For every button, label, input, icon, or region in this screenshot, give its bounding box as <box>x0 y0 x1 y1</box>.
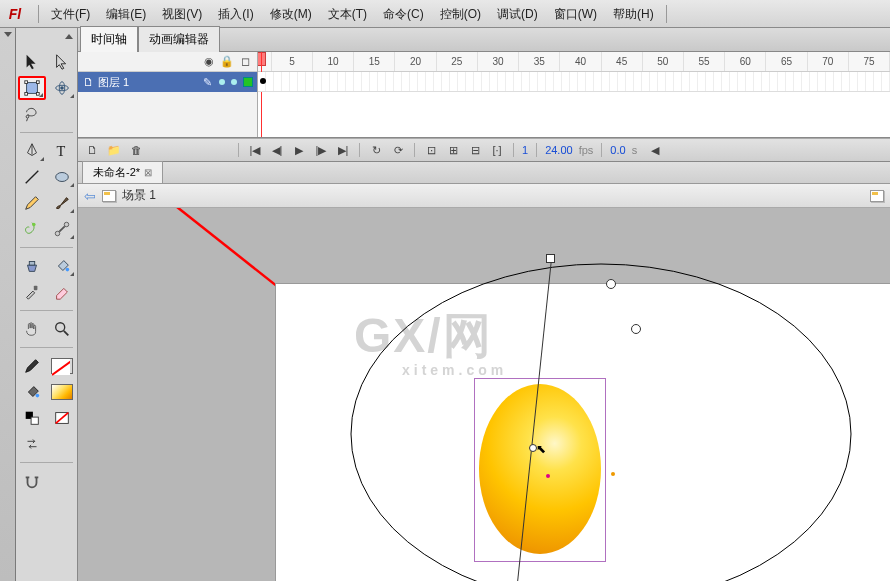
text-tool[interactable]: T <box>48 139 76 163</box>
current-frame: 1 <box>522 144 528 156</box>
onion-outline-icon[interactable]: ⊞ <box>445 142 461 158</box>
lock-dot[interactable] <box>231 79 237 85</box>
fps-value: 24.00 <box>545 144 573 156</box>
svg-rect-19 <box>33 286 37 291</box>
modify-markers-icon[interactable]: [·] <box>489 142 505 158</box>
pen-tool[interactable] <box>18 139 46 163</box>
menu-window[interactable]: 窗口(W) <box>546 0 605 28</box>
stroke-color[interactable] <box>18 354 46 378</box>
ruler-mark: 65 <box>766 52 807 71</box>
snap-option[interactable] <box>18 469 46 493</box>
ruler-mark: 30 <box>478 52 519 71</box>
deco-tool[interactable] <box>18 217 46 241</box>
tab-timeline[interactable]: 时间轴 <box>80 26 138 52</box>
loop-icon[interactable]: ↻ <box>368 142 384 158</box>
edit-scene-icon[interactable] <box>870 190 884 202</box>
visibility-header-icon[interactable]: ◉ <box>203 56 215 68</box>
timeline-ruler[interactable]: 1 5 10 15 20 25 30 35 40 45 50 55 60 65 … <box>258 52 890 72</box>
last-frame-icon[interactable]: ▶| <box>335 142 351 158</box>
subselection-tool[interactable] <box>48 50 76 74</box>
prev-frame-icon[interactable]: ◀| <box>269 142 285 158</box>
swap-colors[interactable] <box>18 432 46 456</box>
outline-color[interactable] <box>243 77 253 87</box>
separator <box>38 5 39 23</box>
playhead[interactable] <box>258 52 266 66</box>
stage-area[interactable]: GX/网 xitem.com ⬉ <box>78 208 890 581</box>
expand-icon <box>65 34 73 39</box>
menu-insert[interactable]: 插入(I) <box>210 0 261 28</box>
new-layer-icon[interactable]: 🗋 <box>84 142 100 158</box>
fill-color[interactable] <box>18 380 46 404</box>
onion-skin-icon[interactable]: ⟳ <box>390 142 406 158</box>
scroll-left-icon[interactable]: ◀ <box>647 142 663 158</box>
document-tab-bar: 未命名-2* ⊠ <box>78 162 890 184</box>
gradient-width-handle[interactable] <box>631 324 641 334</box>
menu-edit[interactable]: 编辑(E) <box>98 0 154 28</box>
play-icon[interactable]: ▶ <box>291 142 307 158</box>
timeline-frames[interactable] <box>258 72 890 92</box>
oval-shape[interactable] <box>479 384 601 554</box>
eraser-tool[interactable] <box>48 280 76 304</box>
separator <box>666 5 667 23</box>
ink-bottle-tool[interactable] <box>18 254 46 278</box>
timeline-panel: ◉ 🔒 ◻ 🗋 图层 1 ✎ <box>78 52 890 138</box>
black-white-swatch[interactable] <box>18 406 46 430</box>
center-frame-icon[interactable]: ⊡ <box>423 142 439 158</box>
pencil-tool[interactable] <box>18 191 46 215</box>
selection-tool[interactable] <box>18 50 46 74</box>
line-tool[interactable] <box>18 165 46 189</box>
document-tab[interactable]: 未命名-2* ⊠ <box>82 161 163 183</box>
lasso-tool[interactable] <box>18 102 46 126</box>
eyedropper-tool[interactable] <box>18 280 46 304</box>
svg-rect-0 <box>26 83 37 94</box>
gradient-rotation-handle[interactable] <box>606 279 616 289</box>
next-frame-icon[interactable]: |▶ <box>313 142 329 158</box>
no-color-swatch[interactable] <box>48 406 76 430</box>
menu-commands[interactable]: 命令(C) <box>375 0 432 28</box>
menu-file[interactable]: 文件(F) <box>43 0 98 28</box>
brush-tool[interactable] <box>48 191 76 215</box>
svg-rect-1 <box>24 81 27 84</box>
3d-rotation-tool[interactable] <box>48 76 76 100</box>
close-icon[interactable]: ⊠ <box>144 167 152 178</box>
keyframe[interactable] <box>260 78 266 84</box>
paint-bucket-tool[interactable] <box>48 254 76 278</box>
stage[interactable]: GX/网 xitem.com ⬉ <box>275 283 890 581</box>
menu-modify[interactable]: 修改(M) <box>262 0 320 28</box>
edit-multiple-icon[interactable]: ⊟ <box>467 142 483 158</box>
ruler-mark: 25 <box>437 52 478 71</box>
fps-unit: fps <box>579 144 594 156</box>
first-frame-icon[interactable]: |◀ <box>247 142 263 158</box>
menu-help[interactable]: 帮助(H) <box>605 0 662 28</box>
menu-view[interactable]: 视图(V) <box>154 0 210 28</box>
delete-layer-icon[interactable]: 🗑 <box>128 142 144 158</box>
stroke-swatch[interactable] <box>48 354 76 378</box>
svg-line-16 <box>59 226 64 231</box>
visibility-dot[interactable] <box>219 79 225 85</box>
menu-text[interactable]: 文本(T) <box>320 0 375 28</box>
svg-line-21 <box>63 331 68 336</box>
panel-collapse-strip[interactable] <box>0 28 16 581</box>
ruler-mark: 20 <box>395 52 436 71</box>
menu-debug[interactable]: 调试(D) <box>489 0 546 28</box>
tab-motion-editor[interactable]: 动画编辑器 <box>138 26 220 52</box>
playhead-line <box>261 52 262 137</box>
outline-header-icon[interactable]: ◻ <box>239 56 251 68</box>
ruler-mark: 5 <box>272 52 313 71</box>
svg-point-13 <box>32 223 36 227</box>
fill-swatch[interactable] <box>48 380 76 404</box>
new-folder-icon[interactable]: 📁 <box>106 142 122 158</box>
gradient-endpoint-handle[interactable] <box>546 254 555 263</box>
lock-header-icon[interactable]: 🔒 <box>221 56 233 68</box>
zoom-tool[interactable] <box>48 317 76 341</box>
rectangle-tool[interactable] <box>48 165 76 189</box>
svg-point-8 <box>26 115 29 118</box>
back-icon[interactable]: ⇦ <box>84 188 96 204</box>
hand-tool[interactable] <box>18 317 46 341</box>
free-transform-tool[interactable] <box>18 76 46 100</box>
layer-row[interactable]: 🗋 图层 1 ✎ <box>78 72 257 92</box>
menu-control[interactable]: 控制(O) <box>432 0 489 28</box>
edit-bar: ⇦ 场景 1 <box>78 184 890 208</box>
svg-point-24 <box>35 394 39 398</box>
bone-tool[interactable] <box>48 217 76 241</box>
